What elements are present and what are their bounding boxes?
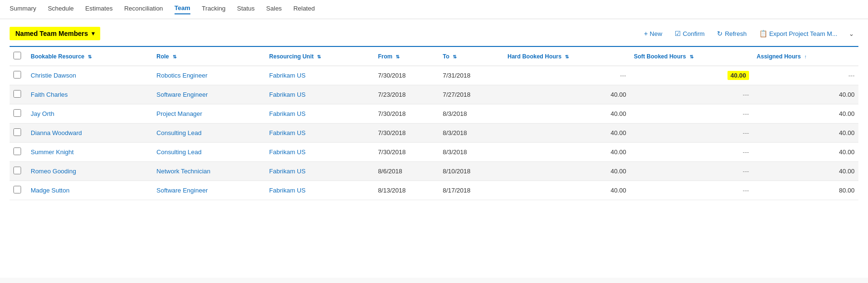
hard-booked-cell: 40.00 bbox=[504, 162, 630, 181]
to-cell: 8/10/2018 bbox=[439, 162, 504, 181]
plus-icon: + bbox=[644, 30, 648, 37]
refresh-button[interactable]: ↻ Refresh bbox=[712, 27, 752, 40]
col-bookable-resource[interactable]: Bookable Resource ⇅ bbox=[27, 46, 152, 66]
unit-link[interactable]: Fabrikam US bbox=[269, 91, 305, 98]
resource-link[interactable]: Romeo Gooding bbox=[31, 168, 76, 175]
sort-role-icon: ⇅ bbox=[173, 54, 176, 59]
navigation: Summary Schedule Estimates Reconciliatio… bbox=[0, 0, 868, 19]
unit-link[interactable]: Fabrikam US bbox=[269, 110, 305, 117]
refresh-label: Refresh bbox=[725, 30, 747, 37]
row-checkbox[interactable] bbox=[13, 90, 21, 98]
col-role[interactable]: Role ⇅ bbox=[152, 46, 265, 66]
export-icon: 📋 bbox=[759, 30, 767, 37]
unit-link[interactable]: Fabrikam US bbox=[269, 168, 305, 175]
role-cell: Network Technician bbox=[152, 162, 265, 181]
role-link[interactable]: Software Engineer bbox=[156, 91, 208, 98]
row-checkbox[interactable] bbox=[13, 128, 21, 136]
row-checkbox-cell bbox=[10, 143, 27, 162]
resource-link[interactable]: Summer Knight bbox=[31, 148, 74, 156]
table-row: Dianna WoodwardConsulting LeadFabrikam U… bbox=[10, 124, 858, 143]
table-row: Jay OrthProject ManagerFabrikam US7/30/2… bbox=[10, 104, 858, 124]
table-row: Faith CharlesSoftware EngineerFabrikam U… bbox=[10, 85, 858, 104]
nav-estimates[interactable]: Estimates bbox=[85, 5, 113, 14]
from-cell: 7/30/2018 bbox=[374, 104, 439, 124]
unit-link[interactable]: Fabrikam US bbox=[269, 129, 305, 136]
section-title-label: Named Team Members bbox=[15, 30, 88, 37]
resource-cell: Jay Orth bbox=[27, 104, 152, 124]
unit-cell: Fabrikam US bbox=[265, 66, 374, 85]
role-link[interactable]: Robotics Engineer bbox=[156, 72, 207, 79]
nav-related[interactable]: Related bbox=[293, 5, 315, 14]
nav-reconciliation[interactable]: Reconciliation bbox=[124, 5, 163, 14]
hard-booked-cell: 40.00 bbox=[504, 181, 630, 200]
unit-link[interactable]: Fabrikam US bbox=[269, 72, 305, 79]
unit-link[interactable]: Fabrikam US bbox=[269, 148, 305, 156]
table-row: Summer KnightConsulting LeadFabrikam US7… bbox=[10, 143, 858, 162]
section-header: Named Team Members ▾ + New ☑ Confirm ↻ R… bbox=[10, 27, 858, 40]
confirm-icon: ☑ bbox=[675, 30, 681, 37]
expand-button[interactable]: ⌄ bbox=[845, 27, 858, 40]
unit-cell: Fabrikam US bbox=[265, 181, 374, 200]
hard-booked-cell: --- bbox=[504, 66, 630, 85]
sort-assigned-icon: ↑ bbox=[804, 54, 807, 59]
resource-link[interactable]: Dianna Woodward bbox=[31, 129, 82, 136]
to-cell: 8/3/2018 bbox=[439, 104, 504, 124]
section-title-button[interactable]: Named Team Members ▾ bbox=[10, 27, 100, 40]
resource-link[interactable]: Christie Dawson bbox=[31, 72, 76, 79]
resource-cell: Christie Dawson bbox=[27, 66, 152, 85]
row-checkbox-cell bbox=[10, 162, 27, 181]
from-cell: 8/6/2018 bbox=[374, 162, 439, 181]
role-link[interactable]: Consulting Lead bbox=[156, 148, 201, 156]
role-link[interactable]: Network Technician bbox=[156, 168, 210, 175]
assigned-dash: --- bbox=[848, 72, 855, 79]
nav-summary[interactable]: Summary bbox=[10, 5, 36, 14]
unit-cell: Fabrikam US bbox=[265, 85, 374, 104]
to-cell: 7/27/2018 bbox=[439, 85, 504, 104]
resource-link[interactable]: Jay Orth bbox=[31, 110, 54, 117]
col-to[interactable]: To ⇅ bbox=[439, 46, 504, 66]
soft-booked-dash: --- bbox=[743, 148, 749, 156]
row-checkbox-cell bbox=[10, 85, 27, 104]
row-checkbox[interactable] bbox=[13, 109, 21, 117]
table-row: Romeo GoodingNetwork TechnicianFabrikam … bbox=[10, 162, 858, 181]
row-checkbox[interactable] bbox=[13, 147, 21, 155]
hard-booked-dash: --- bbox=[620, 72, 626, 79]
from-cell: 8/13/2018 bbox=[374, 181, 439, 200]
row-checkbox[interactable] bbox=[13, 186, 21, 193]
soft-booked-dash: --- bbox=[743, 187, 749, 194]
hard-booked-cell: 40.00 bbox=[504, 124, 630, 143]
row-checkbox[interactable] bbox=[13, 167, 21, 174]
soft-booked-dash: --- bbox=[743, 168, 749, 175]
nav-team[interactable]: Team bbox=[175, 4, 190, 14]
col-assigned[interactable]: Assigned Hours ↑ bbox=[753, 46, 858, 66]
export-button[interactable]: 📋 Export Project Team M... bbox=[754, 27, 843, 40]
refresh-icon: ↻ bbox=[717, 30, 723, 37]
role-link[interactable]: Software Engineer bbox=[156, 187, 208, 194]
chevron-down-icon: ▾ bbox=[92, 30, 94, 37]
select-all-checkbox[interactable] bbox=[13, 52, 21, 59]
nav-status[interactable]: Status bbox=[237, 5, 255, 14]
row-checkbox-cell bbox=[10, 66, 27, 85]
new-button[interactable]: + New bbox=[639, 27, 668, 40]
col-hard-booked[interactable]: Hard Booked Hours ⇅ bbox=[504, 46, 630, 66]
resource-link[interactable]: Faith Charles bbox=[31, 91, 68, 98]
role-link[interactable]: Consulting Lead bbox=[156, 129, 201, 136]
nav-schedule[interactable]: Schedule bbox=[48, 5, 74, 14]
nav-sales[interactable]: Sales bbox=[266, 5, 282, 14]
resource-cell: Romeo Gooding bbox=[27, 162, 152, 181]
role-link[interactable]: Project Manager bbox=[156, 110, 202, 117]
unit-cell: Fabrikam US bbox=[265, 124, 374, 143]
row-checkbox-cell bbox=[10, 124, 27, 143]
to-cell: 7/31/2018 bbox=[439, 66, 504, 85]
col-resourcing-unit[interactable]: Resourcing Unit ⇅ bbox=[265, 46, 374, 66]
nav-tracking[interactable]: Tracking bbox=[202, 5, 225, 14]
row-checkbox[interactable] bbox=[13, 71, 21, 79]
confirm-button[interactable]: ☑ Confirm bbox=[669, 27, 710, 40]
col-from[interactable]: From ⇅ bbox=[374, 46, 439, 66]
row-checkbox-cell bbox=[10, 104, 27, 124]
soft-booked-dash: --- bbox=[743, 129, 749, 136]
resource-link[interactable]: Madge Sutton bbox=[31, 187, 70, 194]
unit-link[interactable]: Fabrikam US bbox=[269, 187, 305, 194]
resource-cell: Madge Sutton bbox=[27, 181, 152, 200]
col-soft-booked[interactable]: Soft Booked Hours ⇅ bbox=[630, 46, 753, 66]
